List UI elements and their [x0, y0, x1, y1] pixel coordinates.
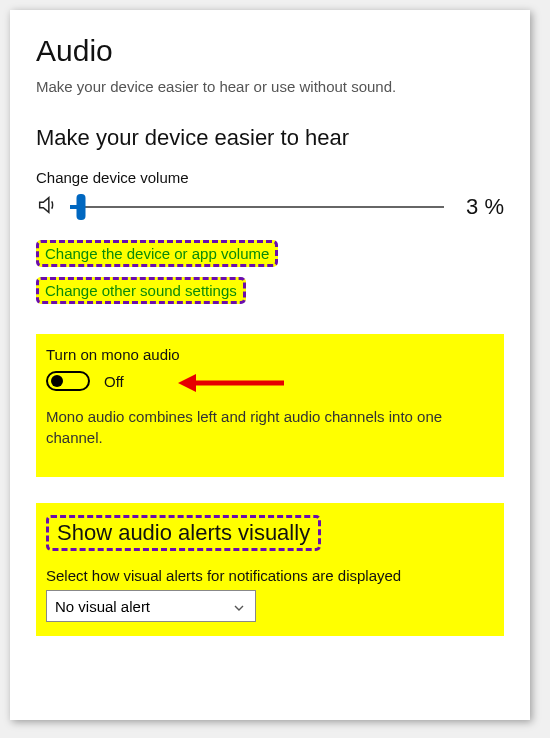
- mono-audio-label: Turn on mono audio: [46, 346, 494, 363]
- volume-value: 3 %: [456, 194, 504, 220]
- page-subtitle: Make your device easier to hear or use w…: [36, 78, 504, 95]
- link-other-sound-settings[interactable]: Change other sound settings: [36, 277, 246, 304]
- volume-row: 3 %: [36, 194, 504, 220]
- page-title: Audio: [36, 34, 504, 68]
- link-change-device-volume[interactable]: Change the device or app volume: [36, 240, 278, 267]
- visual-alert-selected: No visual alert: [55, 598, 150, 615]
- speaker-icon: [36, 194, 58, 220]
- mono-audio-state: Off: [104, 373, 124, 390]
- mono-audio-block: Turn on mono audio Off Mono audio combin…: [36, 334, 504, 477]
- mono-audio-description: Mono audio combines left and right audio…: [46, 406, 494, 448]
- annotation-arrow-icon: [176, 369, 286, 397]
- svg-marker-1: [178, 374, 196, 392]
- chevron-down-icon: [233, 600, 245, 612]
- volume-slider[interactable]: [70, 194, 444, 220]
- section-easier-to-hear: Make your device easier to hear: [36, 125, 504, 151]
- sound-links: Change the device or app volume Change o…: [36, 238, 504, 306]
- visual-alert-select-label: Select how visual alerts for notificatio…: [46, 567, 494, 584]
- settings-panel: Audio Make your device easier to hear or…: [10, 10, 530, 720]
- section-visual-alerts: Show audio alerts visually: [46, 515, 321, 551]
- visual-alerts-block: Show audio alerts visually Select how vi…: [36, 503, 504, 636]
- visual-alert-dropdown[interactable]: No visual alert: [46, 590, 256, 622]
- mono-audio-toggle[interactable]: [46, 371, 90, 391]
- volume-label: Change device volume: [36, 169, 504, 186]
